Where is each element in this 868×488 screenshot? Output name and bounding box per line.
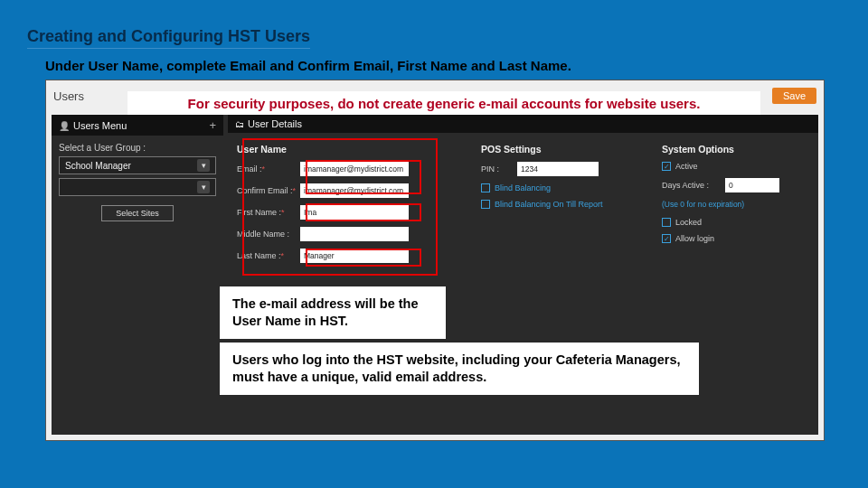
callout-email-username: The e-mail address will be the User Name… <box>220 286 446 339</box>
pin-field[interactable]: 1234 <box>517 162 599 176</box>
checkbox-icon <box>662 218 671 227</box>
middle-name-label: Middle Name : <box>237 230 289 239</box>
days-active-hint: (Use 0 for no expiration) <box>662 200 807 209</box>
user-group-label: Select a User Group : <box>52 136 223 156</box>
chevron-down-icon: ▾ <box>197 159 210 172</box>
select-sites-button[interactable]: Select Sites <box>101 205 174 221</box>
user-group-value: School Manager <box>65 161 131 171</box>
user-group-select-secondary[interactable]: ▾ <box>59 178 216 196</box>
card-icon <box>235 118 244 129</box>
slide-title: Creating and Configuring HST Users <box>27 27 310 49</box>
users-menu-panel: Users Menu + Select a User Group : Schoo… <box>52 115 223 435</box>
days-active-label: Days Active : <box>662 181 709 190</box>
save-button[interactable]: Save <box>772 88 816 104</box>
checkbox-icon: ✓ <box>662 234 671 243</box>
confirm-email-field[interactable]: imamanager@mydistrict.com <box>300 183 409 198</box>
last-name-label: Last Name : <box>237 251 281 260</box>
last-name-field[interactable]: Manager <box>300 249 409 263</box>
allow-login-label: Allow login <box>675 234 714 243</box>
users-menu-title: Users Menu <box>73 120 127 131</box>
email-field[interactable]: imamanager@mydistrict.com <box>300 162 409 176</box>
email-label: Email : <box>237 164 262 174</box>
pos-settings-title: POS Settings <box>481 135 644 162</box>
slide-instruction: Under User Name, complete Email and Conf… <box>45 58 571 73</box>
checkbox-icon: ✓ <box>662 162 671 171</box>
callout-unique-email: Users who log into the HST website, incl… <box>220 343 699 395</box>
system-options-title: System Options <box>662 135 807 162</box>
locked-label: Locked <box>675 218 702 227</box>
user-name-section-title: User Name <box>237 135 436 162</box>
security-banner: For security purposes, do not create gen… <box>127 91 760 115</box>
active-label: Active <box>675 162 698 171</box>
middle-name-field[interactable] <box>300 227 409 241</box>
blind-balancing-till-checkbox[interactable]: Blind Balancing On Till Report <box>481 200 644 209</box>
page-heading: Users <box>53 89 84 103</box>
blind-balancing-label: Blind Balancing <box>495 183 551 192</box>
person-icon <box>59 120 70 131</box>
user-details-header: User Details <box>228 115 818 133</box>
user-name-column: User Name Email :* imamanager@mydistrict… <box>237 135 436 270</box>
checkbox-icon <box>481 183 490 192</box>
chevron-down-icon: ▾ <box>197 181 210 193</box>
blind-balancing-checkbox[interactable]: Blind Balancing <box>481 183 644 192</box>
app-screenshot: Users Save For security purposes, do not… <box>45 80 825 441</box>
days-active-field[interactable]: 0 <box>725 178 779 192</box>
first-name-label: First Name : <box>237 208 281 217</box>
confirm-email-label: Confirm Email : <box>237 186 293 195</box>
checkbox-icon <box>481 200 490 209</box>
user-details-title: User Details <box>248 118 302 129</box>
pos-settings-column: POS Settings PIN : 1234 Blind Balancing … <box>481 135 644 216</box>
pin-label: PIN : <box>481 164 499 174</box>
allow-login-checkbox[interactable]: ✓ Allow login <box>662 234 807 243</box>
locked-checkbox[interactable]: Locked <box>662 218 807 227</box>
system-options-column: System Options ✓ Active Days Active : 0 … <box>662 135 807 250</box>
user-group-select[interactable]: School Manager ▾ <box>59 156 216 174</box>
blind-balancing-till-label: Blind Balancing On Till Report <box>495 200 603 209</box>
users-menu-header: Users Menu + <box>52 115 223 136</box>
first-name-field[interactable]: Ima <box>300 205 409 220</box>
active-checkbox[interactable]: ✓ Active <box>662 162 807 171</box>
add-user-icon[interactable]: + <box>209 118 216 132</box>
